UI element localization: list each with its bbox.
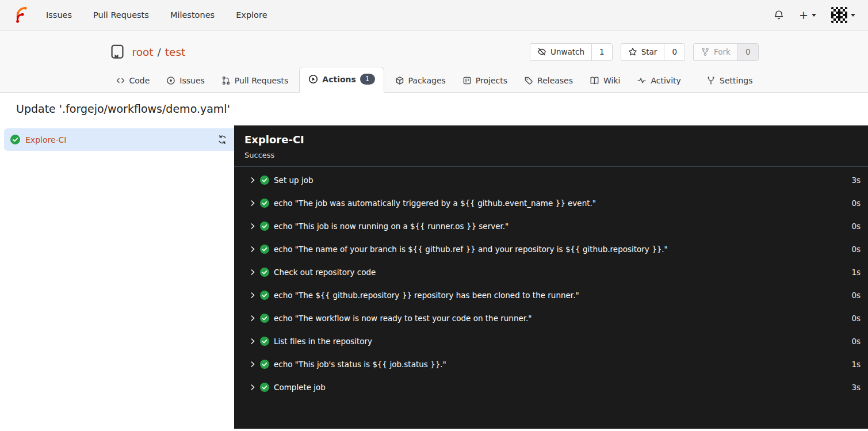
chevron-right-icon[interactable] bbox=[248, 314, 257, 322]
chevron-right-icon[interactable] bbox=[248, 222, 257, 230]
job-item-explore-ci[interactable]: Explore-CI bbox=[4, 128, 234, 151]
tab-label: Releases bbox=[537, 76, 573, 85]
tab-packages[interactable]: Packages bbox=[389, 70, 452, 93]
step-row[interactable]: echo "The name of your branch is ${{ git… bbox=[234, 238, 868, 261]
code-icon bbox=[116, 76, 125, 85]
chevron-right-icon[interactable] bbox=[248, 291, 257, 299]
step-row[interactable]: Complete job 3s bbox=[234, 376, 868, 399]
top-navbar: Issues Pull Requests Milestones Explore … bbox=[0, 0, 868, 30]
step-name: List files in the repository bbox=[274, 337, 372, 346]
step-name: echo "This job is now running on a ${{ r… bbox=[274, 222, 508, 231]
repo-header: root / test Unwatch 1 bbox=[0, 30, 868, 93]
tab-label: Packages bbox=[408, 76, 446, 85]
repo-owner-link[interactable]: root bbox=[132, 46, 154, 58]
project-board-icon bbox=[462, 76, 472, 85]
fork-button-group: Fork 0 bbox=[693, 43, 759, 61]
success-check-icon bbox=[260, 176, 269, 185]
play-circle-icon bbox=[308, 74, 318, 84]
jobs-sidebar: Explore-CI bbox=[0, 125, 234, 429]
step-duration: 3s bbox=[851, 383, 861, 392]
tab-wiki[interactable]: Wiki bbox=[584, 70, 626, 93]
star-button-group: Star 0 bbox=[621, 43, 685, 61]
step-name: Set up job bbox=[274, 176, 313, 185]
fork-button[interactable]: Fork bbox=[693, 43, 737, 61]
tab-code[interactable]: Code bbox=[110, 70, 156, 93]
step-row[interactable]: echo "The workflow is now ready to test … bbox=[234, 307, 868, 330]
forgejo-logo-icon[interactable] bbox=[13, 6, 30, 24]
nav-milestones[interactable]: Milestones bbox=[170, 10, 215, 20]
stars-count[interactable]: 0 bbox=[664, 43, 685, 61]
eye-off-icon bbox=[537, 47, 546, 56]
step-row[interactable]: echo "The job was automatically triggere… bbox=[234, 192, 868, 215]
step-duration: 0s bbox=[851, 245, 861, 254]
nav-explore[interactable]: Explore bbox=[236, 10, 267, 20]
success-check-icon bbox=[260, 268, 269, 277]
tab-activity[interactable]: Activity bbox=[631, 70, 686, 93]
repo-action-buttons: Unwatch 1 Star 0 bbox=[530, 43, 758, 61]
step-duration: 3s bbox=[851, 176, 861, 185]
chevron-right-icon[interactable] bbox=[248, 268, 257, 276]
fork-label: Fork bbox=[714, 47, 731, 56]
step-row[interactable]: List files in the repository 0s bbox=[234, 330, 868, 353]
repo-name-link[interactable]: test bbox=[165, 46, 186, 58]
step-row[interactable]: echo "This job's status is ${{ job.statu… bbox=[234, 353, 868, 376]
tab-projects[interactable]: Projects bbox=[457, 70, 513, 93]
unwatch-button[interactable]: Unwatch bbox=[530, 43, 591, 61]
nav-pull-requests[interactable]: Pull Requests bbox=[93, 10, 149, 20]
job-panel-title: Explore-CI bbox=[244, 134, 858, 146]
step-duration: 0s bbox=[851, 337, 861, 346]
watch-button-group: Unwatch 1 bbox=[530, 43, 613, 61]
tab-pull-requests[interactable]: Pull Requests bbox=[216, 70, 294, 93]
step-duration: 0s bbox=[851, 222, 861, 231]
success-check-icon bbox=[260, 314, 269, 323]
tab-issues[interactable]: Issues bbox=[160, 70, 211, 93]
user-menu[interactable] bbox=[831, 7, 855, 23]
refresh-icon[interactable] bbox=[217, 135, 227, 144]
step-row[interactable]: Set up job 3s bbox=[234, 169, 868, 192]
step-duration: 0s bbox=[851, 291, 861, 300]
chevron-right-icon[interactable] bbox=[248, 176, 257, 184]
step-row[interactable]: Check out repository code 1s bbox=[234, 261, 868, 284]
step-name: echo "This job's status is ${{ job.statu… bbox=[274, 360, 446, 369]
star-label: Star bbox=[641, 47, 657, 56]
tab-actions[interactable]: Actions 1 bbox=[299, 67, 384, 93]
star-button[interactable]: Star bbox=[621, 43, 664, 61]
tab-label: Settings bbox=[720, 76, 752, 85]
success-check-icon bbox=[260, 337, 269, 346]
book-open-icon bbox=[590, 76, 599, 85]
chevron-right-icon[interactable] bbox=[248, 360, 257, 368]
issue-circle-icon bbox=[166, 76, 175, 85]
job-steps-list: Set up job 3s echo "The job was automati… bbox=[234, 167, 868, 399]
notifications-bell-icon[interactable] bbox=[774, 10, 784, 20]
tab-label: Projects bbox=[476, 76, 507, 85]
chevron-right-icon[interactable] bbox=[248, 383, 257, 391]
create-new-menu[interactable]: + bbox=[799, 10, 816, 21]
actions-count-badge: 1 bbox=[360, 74, 375, 85]
navbar-links: Issues Pull Requests Milestones Explore bbox=[46, 10, 267, 20]
tab-label: Code bbox=[129, 76, 150, 85]
watchers-count[interactable]: 1 bbox=[591, 43, 613, 61]
job-success-check-icon bbox=[10, 135, 20, 144]
tab-label: Pull Requests bbox=[235, 76, 288, 85]
repo-breadcrumb: root / test bbox=[132, 46, 186, 58]
nav-issues[interactable]: Issues bbox=[46, 10, 72, 20]
success-check-icon bbox=[260, 291, 269, 300]
chevron-right-icon[interactable] bbox=[248, 337, 257, 345]
forks-count[interactable]: 0 bbox=[737, 43, 759, 61]
job-name: Explore-CI bbox=[25, 135, 67, 144]
repo-tabs: Code Issues Pull Requests bbox=[110, 67, 759, 93]
tab-label: Issues bbox=[179, 76, 205, 85]
step-name: echo "The workflow is now ready to test … bbox=[274, 314, 532, 323]
success-check-icon bbox=[260, 199, 269, 208]
tag-icon bbox=[524, 76, 533, 85]
step-row[interactable]: echo "This job is now running on a ${{ r… bbox=[234, 215, 868, 238]
step-name: echo "The ${{ github.repository }} repos… bbox=[274, 291, 579, 300]
tab-releases[interactable]: Releases bbox=[518, 70, 579, 93]
step-row[interactable]: echo "The ${{ github.repository }} repos… bbox=[234, 284, 868, 307]
workflow-run-body: Explore-CI Explore-CI Success Set up job… bbox=[0, 125, 868, 429]
chevron-right-icon[interactable] bbox=[248, 245, 257, 253]
tab-settings[interactable]: Settings bbox=[701, 70, 758, 93]
chevron-right-icon[interactable] bbox=[248, 199, 257, 207]
job-status-text: Success bbox=[244, 151, 858, 159]
success-check-icon bbox=[260, 383, 269, 392]
